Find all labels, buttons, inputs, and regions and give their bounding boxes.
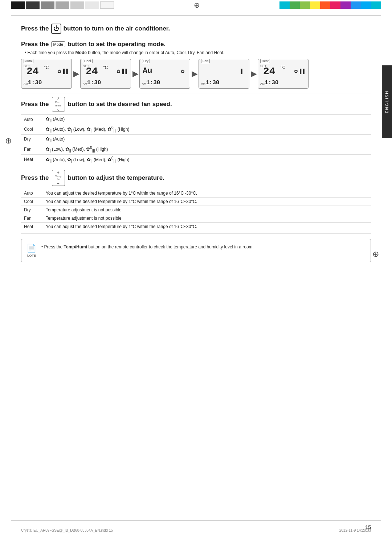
lcd-time-cool: 1:30 [87, 80, 101, 86]
color-block-blue [351, 1, 361, 9]
note-document-icon: 📄 [26, 244, 36, 253]
section-power: Press the ⏻ button to turn on the air co… [21, 20, 371, 37]
compass-left-icon: ⊕ [5, 136, 12, 146]
temp-text-auto: You can adjust the desired temperature b… [43, 189, 371, 197]
section-fan: Press the ∧ Fanmins ∨ button to set the … [21, 93, 371, 166]
lcd-time-heat: 1:30 [265, 80, 278, 86]
temp-minus: − [57, 181, 59, 186]
color-block [100, 1, 114, 9]
fan-row-fan: Fan ✿| (Low), ✿|| (Med), ✿0||| (High) [21, 144, 371, 154]
lcd-am-heat: AM [260, 82, 265, 85]
lcd-arrow-1: ▶ [73, 69, 79, 78]
temp-mode-heat: Heat [21, 222, 43, 231]
section-fan-title: Press the ∧ Fanmins ∨ button to set the … [21, 97, 371, 111]
lcd-am-fan: AM [201, 82, 205, 85]
fan-row-cool: Cool ✿|| (Auto), ✿| (Low), ✿|| (Med), ✿0… [21, 124, 371, 134]
power-press-text: Press the [21, 25, 49, 32]
temp-text-cool: You can adjust the desired temperature b… [43, 197, 371, 206]
note-icon-area: 📄 NOTE [26, 244, 36, 257]
color-block-purple [340, 1, 351, 9]
fan-icon: ✿ [107, 157, 111, 162]
fan-label: Fanmins [55, 101, 61, 107]
temp-text-dry: Temperature adjustment is not possible. [43, 206, 371, 214]
lcd-signal-auto: ▌▌ [63, 69, 69, 74]
fan-icon: ✿ [65, 146, 69, 152]
fan-icon: ✿ [87, 157, 91, 162]
fan-icon: ✿ [46, 136, 50, 142]
lcd-fan-dry: ✿ [181, 69, 185, 74]
fan-up-arrow: ∧ [57, 96, 60, 100]
color-block [56, 1, 69, 9]
temp-after-text: button to adjust the temperature. [68, 174, 164, 182]
mode-bold: Mode [75, 50, 87, 55]
lcd-am-dry: AM [142, 82, 146, 85]
note-label: NOTE [26, 254, 36, 257]
color-block-teal [371, 1, 381, 9]
fan-icons-fan: ✿| (Low), ✿|| (Med), ✿0||| (High) [43, 144, 371, 154]
page-number: 15 [365, 524, 371, 530]
lcd-am-cool: AM [83, 82, 87, 85]
lcd-display-heat: Heat SET 24 °C ✿ ▌▌ AM 1:30 [258, 59, 309, 89]
color-block-lightblue [361, 1, 371, 9]
fan-icon: ✿ [46, 126, 50, 132]
temp-mode-auto: Auto [21, 189, 43, 197]
power-after-text: button to turn on the air conditioner. [64, 25, 170, 32]
temp-text-fan: Temperature adjustment is not possible. [43, 214, 371, 222]
fan-icon: ✿ [46, 146, 50, 152]
temp-plus: + [57, 170, 59, 175]
color-block [26, 1, 40, 9]
color-block-lime [300, 1, 310, 9]
color-block-cyan [279, 1, 290, 9]
fan-icon: ✿ [46, 116, 50, 122]
lcd-arrow-2: ▶ [132, 69, 138, 78]
top-rule [11, 15, 381, 16]
top-color-bar: ⊕ [0, 0, 392, 10]
lcd-label-cool: Cool [83, 59, 93, 63]
temp-row-dry: Dry Temperature adjustment is not possib… [21, 206, 371, 214]
color-block [41, 1, 54, 9]
temp-press-text: Press the [21, 174, 49, 182]
lcd-label-dry: Dry [142, 59, 150, 63]
fan-icon: ✿ [67, 126, 71, 132]
compass-center-icon: ⊕ [194, 1, 200, 9]
color-block-green [290, 1, 300, 9]
temp-row-fan: Fan Temperature adjustment is not possib… [21, 214, 371, 222]
mode-btn-label: Mode [53, 42, 64, 46]
lcd-display-dry: Dry Au ✿ AM 1:30 [139, 59, 190, 89]
fan-press-text: Press the [21, 101, 49, 108]
language-tab: ENGLISH [382, 65, 392, 138]
lcd-unit-auto: °C [44, 65, 49, 70]
mode-description: • Each time you press the Mode button, t… [21, 50, 371, 55]
mode-button-icon: Mode [51, 41, 66, 47]
color-block-pink [330, 1, 340, 9]
lcd-signal-cool: ▌▌ [122, 69, 128, 74]
lcd-temp-cool: 24 [86, 66, 98, 77]
lcd-unit-cool: °C [103, 65, 108, 70]
lcd-signal-fan: ▌ [241, 69, 244, 74]
temp-mode-dry: Dry [21, 206, 43, 214]
lcd-label-heat: Heat [260, 59, 270, 63]
fan-row-heat: Heat ✿|| (Auto), ✿| (Low), ✿|| (Med), ✿0… [21, 154, 371, 165]
fan-icon: ✿ [46, 157, 50, 162]
footer-bar: Crystal EU_AR09FSSE@_IB_DB68-03364A_EN.i… [21, 528, 371, 532]
color-block [11, 1, 25, 9]
fan-row-auto: Auto ✿|| (Auto) [21, 115, 371, 124]
section-temp: Press the + Tempfor − button to adjust t… [21, 166, 371, 234]
temp-button-icon: + Tempfor − [52, 170, 65, 186]
temp-mode-fan: Fan [21, 214, 43, 222]
lcd-time-fan: 1:30 [205, 80, 219, 86]
footer-file-info: Crystal EU_AR09FSSE@_IB_DB68-03364A_EN.i… [21, 528, 113, 532]
lcd-time-auto: 1:30 [28, 80, 42, 86]
temp-row-cool: Cool You can adjust the desired temperat… [21, 197, 371, 206]
note-bold: Temp/Humi [64, 244, 87, 249]
fan-speed-table: Auto ✿|| (Auto) Cool ✿|| (Auto), ✿| (Low… [21, 114, 371, 165]
compass-right-icon: ⊕ [372, 249, 379, 259]
power-icon-box: ⏻ [51, 24, 61, 34]
note-text: • Press the Temp/Humi button on the remo… [41, 244, 254, 250]
fan-mode-heat: Heat [21, 154, 43, 165]
temp-table: Auto You can adjust the desired temperat… [21, 189, 371, 231]
color-block [70, 1, 84, 9]
top-bar-center: ⊕ [114, 0, 279, 10]
lcd-temp-heat: 24 [263, 66, 275, 77]
section-temp-title: Press the + Tempfor − button to adjust t… [21, 170, 371, 186]
